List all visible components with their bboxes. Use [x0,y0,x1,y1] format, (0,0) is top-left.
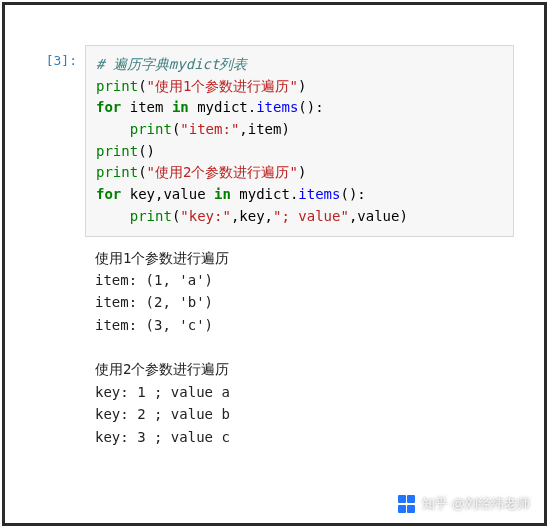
watermark: 知乎 @刘经纬老师 [398,495,530,513]
input-prompt: [3]: [25,45,85,68]
code-token: items [298,186,340,202]
code-cell: [3]: # 遍历字典mydict列表 print("使用1个参数进行遍历") … [25,45,514,237]
code-token: ) [298,164,306,180]
code-token: in [214,186,231,202]
code-token: mydict [189,99,248,115]
code-token: key,value [121,186,214,202]
code-token: ,value) [349,208,408,224]
code-token: ,item) [239,121,290,137]
code-token: ) [298,78,306,94]
code-token: print [96,143,138,159]
notebook-container: [3]: # 遍历字典mydict列表 print("使用1个参数进行遍历") … [5,5,544,478]
code-token: print [130,208,172,224]
code-token: for [96,99,121,115]
code-token: ,key, [231,208,273,224]
cell-output: 使用1个参数进行遍历 item: (1, 'a') item: (2, 'b')… [85,237,514,449]
code-token: "item:" [180,121,239,137]
code-input-area: # 遍历字典mydict列表 print("使用1个参数进行遍历") for i… [85,45,514,237]
code-token: print [96,164,138,180]
code-token: item [121,99,172,115]
code-token: print [96,78,138,94]
code-token: "key:" [180,208,231,224]
code-token: (): [340,186,365,202]
code-token: "; value" [273,208,349,224]
code-token: for [96,186,121,202]
code-token: items [256,99,298,115]
code-token: (): [298,99,323,115]
code-token [96,121,130,137]
code-token: in [172,99,189,115]
code-token [96,208,130,224]
code-token: "使用1个参数进行遍历" [147,78,298,94]
code-token: () [138,143,155,159]
code-token: "使用2个参数进行遍历" [147,164,298,180]
code-token: mydict [231,186,290,202]
code-token: # 遍历字典mydict列表 [96,56,247,72]
zhihu-icon [398,495,416,513]
watermark-text: 知乎 @刘经纬老师 [422,495,530,513]
code-token: ( [138,164,146,180]
outer-frame: [3]: # 遍历字典mydict列表 print("使用1个参数进行遍历") … [2,2,547,526]
code-token: print [130,121,172,137]
code-token: . [248,99,256,115]
code-token: ( [138,78,146,94]
